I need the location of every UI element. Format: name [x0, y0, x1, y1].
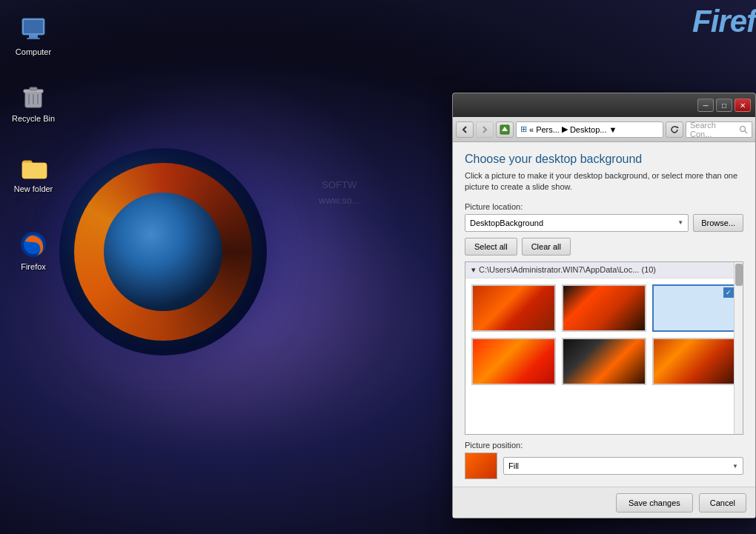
- selection-buttons-row: Select all Clear all: [465, 238, 743, 256]
- position-dropdown-arrow-icon: ▼: [732, 463, 738, 470]
- image-thumb-2[interactable]: [562, 284, 646, 332]
- address-breadcrumb[interactable]: ⊞ « Pers... ▶ Desktop... ▼: [516, 121, 663, 138]
- position-dropdown[interactable]: Fill ▼: [503, 457, 743, 475]
- firefox-brand-text: Firef: [692, 4, 756, 39]
- picture-position-label: Picture position:: [465, 441, 743, 450]
- dialog-description: Click a picture to make it your desktop …: [465, 170, 743, 193]
- desktop-background-dialog: ─ □ ✕: [452, 93, 756, 518]
- image-grid-header: ▾ C:\Users\Administrator.WIN7\AppData\Lo…: [465, 262, 743, 278]
- clear-all-button[interactable]: Clear all: [522, 238, 571, 256]
- grid-scrollbar[interactable]: [734, 262, 743, 434]
- address-bar: ⊞ « Pers... ▶ Desktop... ▼ Search Con...: [453, 117, 755, 142]
- desktop-icon-firefox[interactable]: Firefox: [7, 230, 59, 271]
- cancel-button[interactable]: Cancel: [699, 493, 746, 513]
- dropdown-arrow-icon: ▼: [677, 219, 683, 226]
- image-grid: ✓: [465, 278, 743, 391]
- close-button[interactable]: ✕: [735, 99, 751, 112]
- watermark: SOFTW www.so...: [319, 178, 360, 209]
- picture-location-row: DesktopBackground ▼ Browse...: [465, 214, 743, 232]
- picture-position-row: Fill ▼: [465, 453, 743, 479]
- back-button[interactable]: [456, 121, 474, 138]
- save-changes-button[interactable]: Save changes: [616, 493, 693, 513]
- picture-location-dropdown[interactable]: DesktopBackground ▼: [465, 214, 689, 232]
- dialog-footer: Save changes Cancel: [453, 487, 755, 518]
- folder-icon-label: New folder: [14, 184, 53, 193]
- title-bar-controls: ─ □ ✕: [697, 99, 751, 112]
- svg-marker-14: [677, 126, 679, 128]
- svg-rect-2: [29, 35, 38, 38]
- firefox-icon-label: Firefox: [21, 262, 46, 271]
- desktop-icon-recycle[interactable]: Recycle Bin: [7, 81, 59, 123]
- svg-point-15: [740, 126, 746, 131]
- search-input[interactable]: Search Con...: [686, 121, 752, 138]
- svg-rect-6: [30, 87, 37, 90]
- recycle-bin-icon: [19, 81, 48, 111]
- refresh-button[interactable]: [666, 121, 683, 138]
- computer-icon: [19, 15, 48, 44]
- computer-icon-label: Computer: [16, 47, 51, 56]
- dialog-title-bar: ─ □ ✕: [453, 93, 755, 117]
- svg-rect-3: [27, 38, 40, 39]
- desktop-icon-computer[interactable]: Computer: [7, 15, 59, 56]
- picture-location-label: Picture location:: [465, 202, 743, 211]
- folder-icon: [19, 152, 48, 181]
- picture-position-section: Picture position: Fill ▼: [465, 441, 743, 479]
- firefox-logo-decoration: [59, 148, 282, 370]
- image-thumb-5[interactable]: [562, 338, 646, 385]
- svg-line-16: [745, 130, 748, 133]
- dialog-content: Choose your desktop background Click a p…: [453, 142, 755, 487]
- desktop: Firef SOFTW www.so... Computer: [0, 0, 756, 534]
- image-thumb-1[interactable]: [471, 284, 556, 332]
- position-preview-image: [465, 453, 497, 479]
- svg-rect-1: [24, 20, 43, 33]
- browse-button[interactable]: Browse...: [693, 214, 743, 232]
- firefox-icon: [19, 230, 48, 259]
- up-button[interactable]: [496, 121, 514, 138]
- image-thumb-3[interactable]: ✓: [652, 284, 737, 332]
- image-thumb-4[interactable]: [471, 338, 556, 385]
- forward-button[interactable]: [476, 121, 494, 138]
- minimize-button[interactable]: ─: [697, 99, 714, 112]
- maximize-button[interactable]: □: [716, 99, 732, 112]
- select-all-button[interactable]: Select all: [465, 238, 517, 256]
- desktop-icon-folder[interactable]: New folder: [7, 152, 59, 193]
- dialog-heading: Choose your desktop background: [465, 153, 743, 166]
- image-grid-container: ▾ C:\Users\Administrator.WIN7\AppData\Lo…: [465, 261, 743, 435]
- image-thumb-6[interactable]: [652, 338, 737, 385]
- recycle-bin-icon-label: Recycle Bin: [12, 114, 55, 123]
